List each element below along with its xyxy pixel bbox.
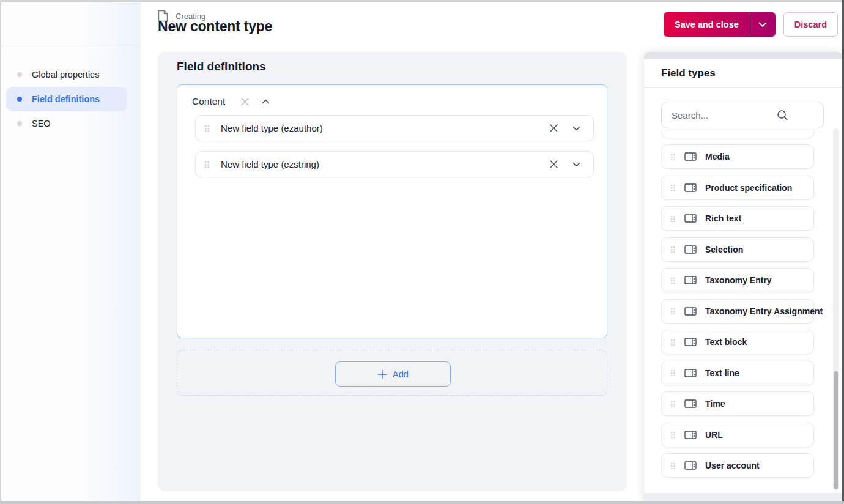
- close-icon: [549, 160, 558, 169]
- field-group-title: Content: [192, 96, 225, 107]
- field-types-list: Media Product specification Rich text: [661, 130, 814, 484]
- sidebar-item-global-properties[interactable]: Global properties: [6, 62, 127, 87]
- app-window: Global properties Field definitions SEO …: [0, 0, 844, 504]
- add-button-label: Add: [393, 369, 409, 379]
- search-icon: [777, 109, 788, 121]
- field-group-header: Content: [177, 85, 607, 108]
- field-definition-row[interactable]: New field type (ezauthor): [195, 115, 594, 141]
- add-button[interactable]: Add: [335, 361, 451, 387]
- field-type-icon: [684, 368, 697, 378]
- drag-handle-icon[interactable]: [670, 369, 676, 376]
- drag-handle-icon[interactable]: [670, 401, 676, 407]
- sidebar-item-label: Global properties: [32, 70, 99, 80]
- expand-field-button[interactable]: [570, 122, 582, 135]
- left-sidebar: Global properties Field definitions SEO: [1, 2, 141, 501]
- field-type-icon: [684, 245, 697, 254]
- field-definition-row[interactable]: New field type (ezstring): [195, 151, 594, 177]
- drag-handle-icon[interactable]: [670, 154, 676, 160]
- field-type-icon: [684, 430, 697, 440]
- field-type-icon: [684, 461, 697, 470]
- field-type-label: Taxonomy Entry: [705, 275, 772, 285]
- field-type-item-rich-text[interactable]: Rich text: [661, 206, 814, 231]
- panel-scrollbar-thumb[interactable]: [834, 371, 838, 489]
- anchor-nav: Global properties Field definitions SEO: [1, 45, 141, 136]
- search-wrap: [661, 102, 824, 128]
- field-type-label: Media: [705, 152, 730, 161]
- drag-handle-icon[interactable]: [670, 431, 676, 438]
- field-type-icon: [684, 337, 697, 347]
- sidebar-item-field-definitions[interactable]: Field definitions: [6, 87, 127, 111]
- save-options-dropdown-button[interactable]: [750, 12, 776, 37]
- remove-group-button[interactable]: [239, 95, 251, 108]
- chevron-down-icon: [572, 126, 580, 131]
- drag-handle-icon[interactable]: [204, 125, 210, 132]
- field-type-label: Text block: [705, 337, 747, 347]
- drag-handle-icon[interactable]: [670, 277, 676, 284]
- field-type-item-product-specification[interactable]: Product specification: [661, 176, 814, 200]
- field-definition-label: New field type (ezstring): [221, 159, 536, 169]
- field-type-item-text-block[interactable]: Text block: [661, 330, 814, 354]
- chevron-up-icon: [262, 99, 270, 104]
- plus-icon: [377, 369, 387, 379]
- field-type-icon: [684, 275, 697, 285]
- add-group-dropzone: Add: [177, 350, 607, 396]
- bullet-icon: [17, 121, 22, 126]
- field-type-label: Text line: [705, 368, 739, 378]
- field-type-label: Taxonomy Entry Assignment: [705, 306, 823, 316]
- drag-handle-icon[interactable]: [670, 184, 676, 191]
- field-type-item-media[interactable]: Media: [661, 144, 814, 169]
- discard-button-label: Discard: [794, 20, 827, 29]
- field-type-item-time[interactable]: Time: [661, 391, 814, 416]
- field-definition-label: New field type (ezauthor): [221, 123, 536, 133]
- section-title: Field definitions: [177, 60, 266, 73]
- expand-field-button[interactable]: [570, 158, 582, 171]
- field-type-label: Selection: [705, 245, 743, 254]
- window-edge-left: [0, 0, 1, 504]
- field-type-item-taxonomy-entry-assignment[interactable]: Taxonomy Entry Assignment: [661, 299, 814, 324]
- panel-bottom-bar: [644, 493, 842, 501]
- sidebar-item-seo[interactable]: SEO: [6, 111, 127, 136]
- field-type-icon: [684, 152, 697, 161]
- field-type-label: Time: [705, 399, 725, 409]
- remove-field-button[interactable]: [547, 122, 560, 135]
- field-type-item-selection[interactable]: Selection: [661, 237, 814, 262]
- drag-handle-icon[interactable]: [670, 462, 676, 469]
- drag-handle-icon[interactable]: [670, 308, 676, 314]
- close-icon: [549, 124, 558, 133]
- window-edge-bottom: [0, 501, 844, 504]
- drag-handle-icon[interactable]: [670, 246, 676, 253]
- field-types-title: Field types: [644, 59, 842, 88]
- field-type-item-taxonomy-entry[interactable]: Taxonomy Entry: [661, 268, 814, 292]
- discard-button[interactable]: Discard: [783, 12, 838, 37]
- drag-handle-icon[interactable]: [670, 339, 676, 346]
- search-input[interactable]: [661, 102, 824, 128]
- field-type-icon: [684, 306, 697, 316]
- page-title: New content type: [158, 18, 272, 35]
- save-split-button: Save and close: [664, 12, 776, 37]
- field-type-label: URL: [705, 430, 723, 440]
- field-type-item-user-account[interactable]: User account: [661, 453, 814, 478]
- field-definitions-panel: Field definitions Content New field type: [158, 52, 627, 491]
- drag-handle-icon[interactable]: [204, 161, 210, 168]
- field-type-label: Product specification: [705, 183, 792, 193]
- drag-handle-icon[interactable]: [670, 215, 676, 222]
- field-group-content: Content New field type (ezauthor): [177, 84, 607, 338]
- window-edge-top: [0, 0, 844, 2]
- field-type-item-url[interactable]: URL: [661, 423, 814, 447]
- collapse-group-button[interactable]: [259, 95, 272, 108]
- field-type-label: User account: [705, 461, 760, 470]
- page-header: Creating New content type Save and close…: [141, 2, 842, 52]
- bullet-icon: [17, 97, 22, 102]
- bullet-icon: [17, 72, 22, 77]
- field-type-icon: [684, 213, 697, 223]
- field-type-item-text-line[interactable]: Text line: [661, 361, 814, 385]
- field-types-panel: Field types Media: [644, 52, 842, 501]
- header-actions: Save and close Discard: [664, 12, 838, 37]
- field-type-item-partial[interactable]: [661, 130, 814, 138]
- save-and-close-button[interactable]: Save and close: [664, 12, 750, 37]
- panel-top-bar: [644, 52, 842, 59]
- sidebar-top-spacer: [1, 2, 141, 45]
- sidebar-item-label: Field definitions: [32, 94, 100, 104]
- sidebar-item-label: SEO: [32, 119, 51, 128]
- remove-field-button[interactable]: [547, 158, 560, 171]
